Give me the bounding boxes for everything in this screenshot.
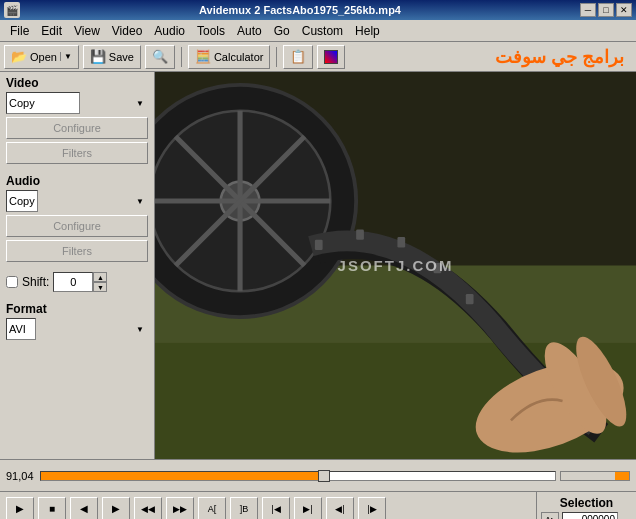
stop-btn[interactable]: ■ [38, 497, 66, 520]
view-button[interactable]: 🔍 [145, 45, 175, 69]
separator2 [276, 47, 277, 67]
format-label: Format [6, 302, 148, 316]
shift-input[interactable] [53, 272, 93, 292]
color-icon [324, 50, 338, 64]
menu-tools[interactable]: Tools [191, 23, 231, 39]
segment-icon: 📋 [290, 49, 306, 64]
selection-title: Selection [541, 496, 632, 510]
selection-panel: Selection A▸ 000000 B▸ 025606 [536, 492, 636, 520]
shift-spinners: ▲ ▼ [93, 272, 107, 292]
main-layout: Video Copy Mpeg4 AVC MPEG-4 ASP Configur… [0, 72, 636, 459]
next-frame-btn[interactable]: ▶ [102, 497, 130, 520]
format-wrapper: AVI MP4 MKV [6, 318, 148, 340]
timeline-right-track[interactable] [560, 471, 630, 481]
prev-key-btn[interactable]: ◀| [326, 497, 354, 520]
controls-bar: ▶ ■ ◀ ▶ ◀◀ ▶▶ A[ ]B |◀ ▶| ◀| |▶ Frame: 2… [0, 491, 636, 519]
timeline-area: 91,04 [0, 459, 636, 491]
calculator-button[interactable]: 🧮 Calculator [188, 45, 271, 69]
timeline-fill [41, 472, 324, 480]
selection-a-row: A▸ 000000 [541, 512, 632, 520]
window-title: Avidemux 2 FactsAbo1975_256kb.mp4 [20, 4, 580, 16]
shift-row: Shift: ▲ ▼ [6, 272, 148, 292]
menu-custom[interactable]: Custom [296, 23, 349, 39]
format-section: Format AVI MP4 MKV [6, 302, 148, 340]
format-select[interactable]: AVI MP4 MKV [6, 318, 36, 340]
fast-forward-btn[interactable]: ▶▶ [166, 497, 194, 520]
menu-go[interactable]: Go [268, 23, 296, 39]
window-controls: ─ □ ✕ [580, 3, 632, 17]
timeline-thumb[interactable] [318, 470, 330, 482]
shift-up-btn[interactable]: ▲ [93, 272, 107, 282]
video-filters-btn[interactable]: Filters [6, 142, 148, 164]
menu-file[interactable]: File [4, 23, 35, 39]
save-icon: 💾 [90, 49, 106, 64]
svg-rect-11 [315, 240, 323, 250]
audio-configure-btn[interactable]: Configure [6, 215, 148, 237]
menu-help[interactable]: Help [349, 23, 386, 39]
arabic-watermark: برامج جي سوفت [495, 47, 624, 67]
title-bar: 🎬 Avidemux 2 FactsAbo1975_256kb.mp4 ─ □ … [0, 0, 636, 20]
video-label: Video [6, 76, 148, 90]
shift-spin: ▲ ▼ [53, 272, 107, 292]
menu-auto[interactable]: Auto [231, 23, 268, 39]
selection-a-value: 000000 [562, 512, 618, 520]
timeline-position: 91,04 [6, 470, 36, 482]
separator [181, 47, 182, 67]
svg-rect-13 [397, 237, 405, 247]
audio-section: Audio Copy MP3 AAC Configure Filters [6, 174, 148, 262]
audio-label: Audio [6, 174, 148, 188]
goto-end-btn[interactable]: ▶| [294, 497, 322, 520]
shift-down-btn[interactable]: ▼ [93, 282, 107, 292]
minimize-btn[interactable]: ─ [580, 3, 596, 17]
open-dropdown-arrow[interactable]: ▼ [60, 52, 72, 61]
timeline-track[interactable] [40, 471, 556, 481]
prev-frame-btn[interactable]: ◀ [70, 497, 98, 520]
transport-buttons: ▶ ■ ◀ ▶ ◀◀ ▶▶ A[ ]B |◀ ▶| ◀| |▶ [6, 497, 386, 520]
video-codec-select[interactable]: Copy Mpeg4 AVC MPEG-4 ASP [6, 92, 80, 114]
segment-button[interactable]: 📋 [283, 45, 313, 69]
menu-view[interactable]: View [68, 23, 106, 39]
save-button[interactable]: 💾 Save [83, 45, 141, 69]
view-icon: 🔍 [152, 49, 168, 64]
video-frame: JSOFTJ.COM [155, 72, 636, 459]
goto-start-btn[interactable]: |◀ [262, 497, 290, 520]
maximize-btn[interactable]: □ [598, 3, 614, 17]
play-btn[interactable]: ▶ [6, 497, 34, 520]
menu-audio[interactable]: Audio [148, 23, 191, 39]
open-button[interactable]: 📂 Open ▼ [4, 45, 79, 69]
rewind-btn[interactable]: ◀◀ [134, 497, 162, 520]
folder-icon: 📂 [11, 49, 27, 64]
color-button[interactable] [317, 45, 345, 69]
audio-filters-btn[interactable]: Filters [6, 240, 148, 262]
audio-codec-select[interactable]: Copy MP3 AAC [6, 190, 38, 212]
selection-a-btn[interactable]: A▸ [541, 512, 559, 520]
calculator-icon: 🧮 [195, 49, 211, 64]
mark-b-btn[interactable]: ]B [230, 497, 258, 520]
app-icon: 🎬 [4, 2, 20, 18]
svg-rect-15 [466, 294, 474, 304]
menu-video[interactable]: Video [106, 23, 148, 39]
close-btn[interactable]: ✕ [616, 3, 632, 17]
mark-a-btn[interactable]: A[ [198, 497, 226, 520]
next-key-btn[interactable]: |▶ [358, 497, 386, 520]
video-section: Video Copy Mpeg4 AVC MPEG-4 ASP Configur… [6, 76, 148, 164]
audio-codec-wrapper: Copy MP3 AAC [6, 190, 148, 212]
shift-checkbox[interactable] [6, 276, 18, 288]
menu-edit[interactable]: Edit [35, 23, 68, 39]
video-codec-wrapper: Copy Mpeg4 AVC MPEG-4 ASP [6, 92, 148, 114]
video-configure-btn[interactable]: Configure [6, 117, 148, 139]
left-panel: Video Copy Mpeg4 AVC MPEG-4 ASP Configur… [0, 72, 155, 459]
toolbar: 📂 Open ▼ 💾 Save 🔍 🧮 Calculator 📋 برامج ج… [0, 42, 636, 72]
watermark-text: JSOFTJ.COM [338, 257, 454, 274]
shift-label: Shift: [22, 275, 49, 289]
set-a-icon: A▸ [545, 515, 554, 519]
transport-area: ▶ ■ ◀ ▶ ◀◀ ▶▶ A[ ]B |◀ ▶| ◀| |▶ Frame: 2… [0, 493, 536, 520]
video-area[interactable]: JSOFTJ.COM [155, 72, 636, 459]
menu-bar: File Edit View Video Audio Tools Auto Go… [0, 20, 636, 42]
svg-rect-12 [356, 229, 364, 239]
